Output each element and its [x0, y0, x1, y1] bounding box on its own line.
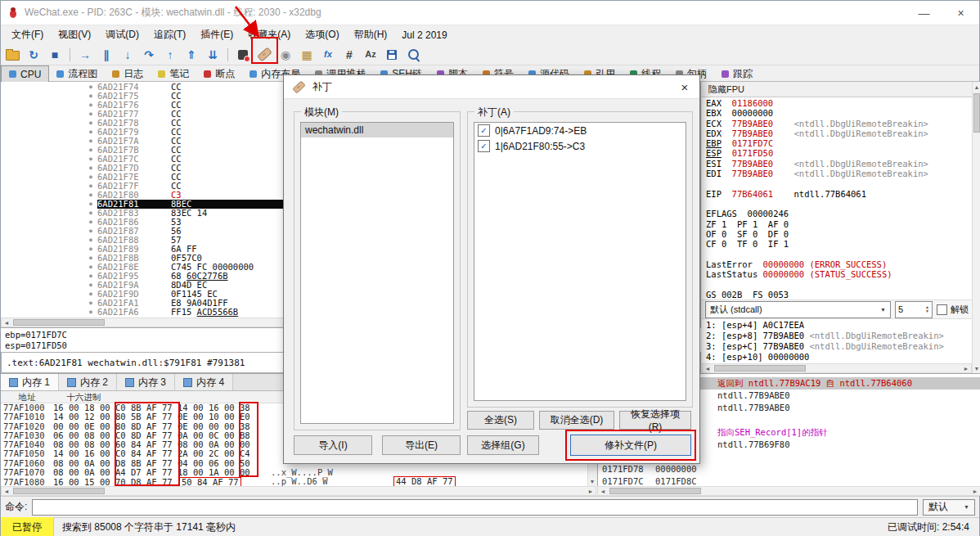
breakpoint-gutter[interactable]: [1, 299, 84, 308]
register-line[interactable]: ECX 77B9ABE0 <ntdll.DbgUiRemoteBreakin>: [706, 119, 968, 128]
command-input[interactable]: [32, 499, 918, 516]
breakpoint-gutter[interactable]: [1, 173, 84, 182]
scroll-left-arrow-icon[interactable]: ◄: [598, 487, 608, 495]
scroll-thumb[interactable]: [714, 365, 806, 372]
minimize-button[interactable]: —: [906, 1, 942, 25]
breakpoint-gutter[interactable]: [1, 164, 84, 173]
breakpoint-gutter[interactable]: [1, 200, 84, 209]
breakpoint-gutter[interactable]: [1, 101, 84, 110]
stack-argument-line[interactable]: 4: [esp+10] 00000000: [706, 352, 968, 363]
scroll-thumb[interactable]: [973, 93, 980, 133]
menu-item[interactable]: 调试(D): [98, 25, 146, 44]
close-button[interactable]: ×: [942, 1, 979, 25]
restart-icon[interactable]: ↻: [24, 46, 43, 64]
dump-tab-内存 3[interactable]: 内存 3: [117, 374, 175, 390]
args-count-spinner[interactable]: 5 ▲▼: [895, 301, 933, 318]
dump-tab-内存 1[interactable]: 内存 1: [1, 374, 59, 390]
stack-row[interactable]: 0171FD7C0171FD8C: [598, 475, 980, 486]
stack-row[interactable]: 0171FD7800000000: [598, 463, 980, 475]
scroll-down-arrow-icon[interactable]: ▼: [588, 476, 596, 486]
command-profile-select[interactable]: 默认 ▼: [923, 499, 975, 516]
scroll-left-arrow-icon[interactable]: ◄: [2, 318, 11, 327]
menu-item[interactable]: 帮助(H): [347, 25, 395, 44]
dialog-close-button[interactable]: ×: [670, 75, 699, 98]
scroll-thumb[interactable]: [13, 319, 105, 326]
run-icon[interactable]: →: [75, 46, 95, 64]
patches-icon[interactable]: [254, 46, 274, 64]
scroll-down-arrow-icon[interactable]: ▼: [973, 363, 980, 373]
stack-argument-line[interactable]: 3: [esp+C] 77B9ABE0 <ntdll.DbgUiRemoteBr…: [706, 341, 968, 352]
stop-icon[interactable]: ■: [45, 46, 65, 64]
strings-icon[interactable]: Az: [361, 46, 380, 64]
register-line[interactable]: [706, 178, 968, 188]
checkbox-icon[interactable]: ✓: [478, 140, 490, 152]
deselect-all-button[interactable]: 取消全选(D): [539, 411, 614, 430]
patches-list[interactable]: ✓0|6A7F1AD9:74->EB✓1|6AD21F80:55->C3: [474, 122, 686, 401]
breakpoint-gutter[interactable]: [1, 83, 84, 92]
breakpoint-gutter[interactable]: [1, 155, 84, 164]
args-hscrollbar[interactable]: ◄►: [702, 363, 972, 373]
breakpoint-gutter[interactable]: [1, 146, 84, 155]
open-file-icon[interactable]: [2, 46, 22, 64]
select-all-button[interactable]: 全选(S): [467, 411, 534, 430]
unlock-checkbox[interactable]: 解锁: [937, 304, 969, 316]
register-line[interactable]: CF 0 TF 0 IF 1: [706, 239, 968, 249]
register-line[interactable]: LastStatus 00000000 (STATUS_SUCCESS): [706, 269, 968, 279]
breakpoint-gutter[interactable]: [1, 92, 84, 101]
registers-vscrollbar[interactable]: ▲▼: [972, 82, 980, 373]
breakpoint-gutter[interactable]: [1, 218, 84, 227]
save-database-icon[interactable]: [382, 46, 402, 64]
dump-hscrollbar[interactable]: ◄►: [1, 486, 596, 496]
pause-icon[interactable]: ∥: [97, 46, 116, 64]
dump-row[interactable]: 77AF10801600150070D8AF7750 84 AF 77..p_W…: [1, 477, 596, 486]
patch-list-item[interactable]: ✓1|6AD21F80:55->C3: [474, 138, 686, 154]
patch-list-item[interactable]: ✓0|6A7F1AD9:74->EB: [474, 123, 686, 138]
register-line[interactable]: ESI 77B9ABE0 <ntdll.DbgUiRemoteBreakin>: [706, 159, 968, 169]
scroll-right-arrow-icon[interactable]: ►: [586, 487, 596, 495]
menu-item[interactable]: 文件(F): [4, 25, 51, 44]
dump-tab-内存 2[interactable]: 内存 2: [59, 374, 117, 390]
export-button[interactable]: 导出(E): [382, 435, 461, 455]
checkbox-icon[interactable]: ✓: [478, 124, 490, 137]
execute-till-return-icon[interactable]: ↑: [160, 46, 180, 64]
hash-icon[interactable]: #: [339, 46, 359, 64]
notes-icon[interactable]: [233, 46, 253, 64]
register-line[interactable]: EFLAGS 00000246: [706, 209, 968, 218]
scroll-left-arrow-icon[interactable]: ◄: [703, 364, 713, 372]
breakpoint-gutter[interactable]: [1, 119, 84, 128]
modules-list[interactable]: wechatwin.dll: [300, 122, 454, 424]
breakpoint-gutter[interactable]: [1, 290, 84, 299]
breakpoint-gutter[interactable]: [1, 110, 84, 119]
register-line[interactable]: EDI 77B9ABE0 <ntdll.DbgUiRemoteBreakin>: [706, 169, 968, 178]
scroll-thumb[interactable]: [609, 488, 701, 494]
step-out-icon[interactable]: ⇑: [182, 46, 201, 64]
checkbox-icon[interactable]: [937, 304, 947, 315]
step-over-icon[interactable]: ↷: [139, 46, 159, 64]
scroll-thumb[interactable]: [13, 488, 105, 494]
menu-item[interactable]: 追踪(T): [146, 25, 193, 44]
stack-hscrollbar[interactable]: ◄►: [597, 486, 980, 496]
settings-gear-icon[interactable]: ◉: [276, 46, 295, 64]
tab-流程图[interactable]: 流程图: [49, 65, 105, 82]
patch-file-button[interactable]: 修补文件(P): [570, 435, 691, 456]
breakpoint-gutter[interactable]: [1, 245, 84, 254]
trace-icon[interactable]: ⇊: [203, 46, 223, 64]
register-line[interactable]: GS 002B FS 0053: [706, 290, 968, 300]
menu-item[interactable]: 收藏夹(A): [241, 25, 298, 44]
stack-argument-line[interactable]: 2: [esp+8] 77B9ABE0 <ntdll.DbgUiRemoteBr…: [706, 331, 968, 341]
menu-item[interactable]: 插件(E): [193, 25, 241, 44]
register-line[interactable]: EDX 77B9ABE0 <ntdll.DbgUiRemoteBreakin>: [706, 128, 968, 138]
tab-CPU[interactable]: CPU: [1, 65, 49, 82]
assemble-fx-icon[interactable]: fx: [318, 46, 338, 64]
tab-笔记[interactable]: 笔记: [151, 65, 196, 82]
import-button[interactable]: 导入(I): [294, 435, 372, 455]
restore-selected-button[interactable]: 恢复选择项(R): [619, 411, 691, 430]
breakpoint-gutter[interactable]: [1, 137, 84, 146]
calling-convention-select[interactable]: 默认 (stdcall) ▼: [705, 301, 891, 318]
breakpoint-gutter[interactable]: [1, 236, 84, 245]
search-memory-icon[interactable]: [403, 46, 423, 64]
breakpoint-gutter[interactable]: [1, 308, 84, 317]
register-line[interactable]: EBX 00000000: [706, 108, 968, 118]
spinner-arrows-icon[interactable]: ▲▼: [925, 305, 929, 313]
step-into-icon[interactable]: ↓: [118, 46, 137, 64]
